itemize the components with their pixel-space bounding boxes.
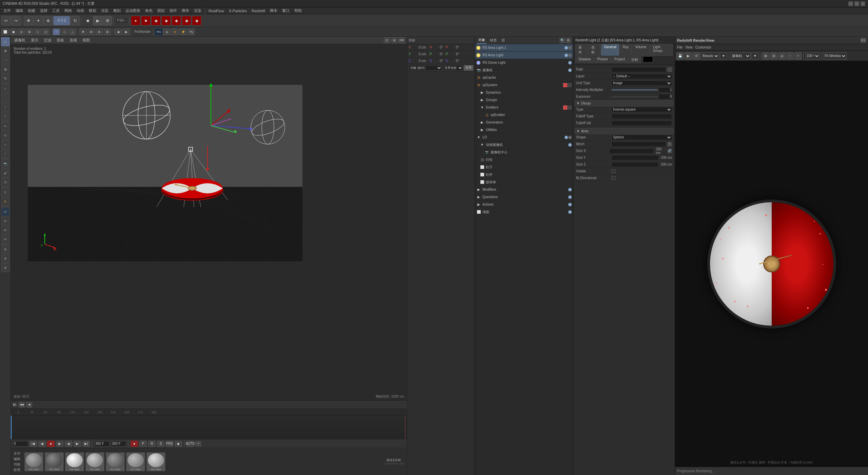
keyframe2-btn[interactable]: ◆ [161,16,171,25]
apply-transform-btn[interactable]: 应用 [464,65,473,71]
tab-layers[interactable]: 层 [500,37,506,43]
rs-icon-4[interactable]: ⚡ [179,28,187,35]
scene-settings-btn[interactable]: ⚙ [566,38,571,43]
key-rot-btn[interactable]: R [148,441,156,447]
key-custom-btn[interactable]: ◆ [175,441,182,447]
subtab-project[interactable]: Project [611,56,628,63]
material-5[interactable]: RS Matt [106,452,125,471]
menu-plugins[interactable]: 插件 [167,7,179,14]
menu-track[interactable]: 跟踪 [155,7,167,14]
render-menu-customize[interactable]: Customize [695,45,711,49]
timeline-btn1[interactable]: ◀◀ [19,402,25,407]
fit-mode-select[interactable]: Fit Window [823,52,847,60]
unittype-select[interactable]: Image [611,80,672,86]
render-save-btn[interactable]: 💾 [676,52,684,60]
timeline-playhead[interactable] [11,416,12,439]
coord-system-select[interactable]: 世界坐标 [443,65,463,71]
tab-basic[interactable]: 基本 [575,44,588,56]
tab-ray[interactable]: Ray [619,44,632,56]
sec-render-2[interactable]: ▶ [122,28,130,35]
scene-rs-dome-light[interactable]: RS Dome Light [475,59,573,66]
vp-menu-view[interactable]: 视图 [81,38,91,43]
tool-edge[interactable]: / [1,102,10,111]
tab-objects[interactable]: 对象 [477,37,487,44]
vp-menu-filter[interactable]: 过滤 [42,38,53,43]
select-mode-btn[interactable]: ✥ [24,16,33,25]
play-btn[interactable]: ▶ [56,441,63,447]
tool-scale[interactable]: ⊞ [1,65,10,74]
scene-pillar[interactable]: ⬜ 柱子 [475,164,573,171]
render-preset-arrow[interactable]: ▼ [720,52,727,60]
scene-emitters[interactable]: ▼ Emitters [475,104,573,111]
tool-knife[interactable]: ✂ [1,122,10,131]
path-input[interactable] [611,67,666,72]
menu-redshift[interactable]: Redshift [250,8,267,14]
render-zoom-in-btn[interactable]: + [794,52,802,60]
total-frames-input[interactable] [111,441,126,446]
menu-mograph[interactable]: 运动图形 [123,7,142,14]
sec-tool-4[interactable]: ⊞ [26,28,33,35]
subtab-photon[interactable]: Photon [594,56,611,63]
render-play-btn[interactable]: ▶ [685,52,692,60]
sec-tool-2[interactable]: ◼ [9,28,17,35]
tool-cross[interactable]: ✥ [1,46,10,55]
tool-rotate[interactable]: ↻ [1,74,10,83]
end-frame-input[interactable] [94,441,110,446]
keyframe4-btn[interactable]: ◆ [182,16,191,25]
falloff-type-input[interactable] [611,114,672,119]
vp-menu-cameras[interactable]: 摄像机 [13,38,27,43]
layer-select[interactable]: -- Default -- [611,74,672,79]
tool-extra3[interactable]: ⊕ [1,263,10,272]
material-3[interactable]: RS Matt [65,452,84,471]
tool-loop[interactable]: ⊙ [1,131,10,140]
sec-tool-7[interactable]: ▽ [53,28,60,35]
scene-generators[interactable]: ▶ Generators [475,119,573,126]
shape-select[interactable]: Sphere [611,135,672,140]
redo-btn[interactable]: ↪ [11,16,21,25]
menu-help[interactable]: 帮助 [292,7,304,14]
menu-animation[interactable]: 动画 [75,7,86,14]
exposure-slider[interactable] [611,96,658,97]
frame-next-btn[interactable]: ▶ [74,441,81,447]
subtab-target[interactable]: 目标 [628,56,641,63]
rs-icon-small[interactable]: RS [861,38,866,43]
tool-arrow[interactable]: ↖ [1,37,10,46]
tool-s[interactable]: S [1,188,10,197]
current-frame-input[interactable] [13,441,28,446]
menu-simulate[interactable]: 模拟 [87,7,98,14]
record-key-btn[interactable]: ● [47,441,55,447]
decay-type-select[interactable]: Inverse-square [611,107,672,112]
material-1[interactable]: RS Matt [24,452,43,471]
render-comp-btn[interactable]: ⊟ [770,52,777,60]
tool-weight[interactable]: ⚖ [1,178,10,187]
menu-script[interactable]: 脚本 [180,7,191,14]
sec-tool-1[interactable]: ⬜ [1,28,9,35]
mat-menu-edit[interactable]: 编辑 [14,457,20,461]
tab-volume[interactable]: Volume [632,44,649,56]
sec-tool-10[interactable]: ❖ [79,28,87,35]
render-reset-btn[interactable]: ↺ [693,52,700,60]
tab-materials[interactable]: 材质 [489,37,498,43]
keyframe5-btn[interactable]: ◆ [192,16,201,25]
scene-groups[interactable]: ▶ Groups [475,96,573,104]
scene-xpemitter[interactable]: ◎ xpEmitter [475,111,573,119]
material-6[interactable]: RS Matt [126,452,145,471]
intensity-slider[interactable] [611,89,658,91]
scene-rs-area-light-1[interactable]: RS Area Light.1 [475,44,573,52]
vp-menu-options[interactable]: 选项 [68,38,78,43]
keyframe3-btn[interactable]: ◆ [172,16,181,25]
tab-coord[interactable]: 坐标 [588,44,601,56]
rotate-btn[interactable]: ↻ [71,16,80,25]
tool-poly[interactable]: □ [1,112,10,120]
record-btn[interactable]: ● [131,16,140,25]
tab-lightgroup[interactable]: Light Group [650,44,673,56]
scene-lo[interactable]: ▼ LO [475,134,573,141]
scene-ground[interactable]: ⬜ 地面 [475,208,573,216]
vp-prorender-btn[interactable]: PR [399,37,405,43]
render-grid-btn[interactable]: ⊞ [762,52,769,60]
move-btn[interactable]: ✦ [34,16,43,25]
render-camera-select[interactable]: 摄像机 [730,52,751,60]
minimize-btn[interactable]: ─ [848,1,853,6]
scene-xpcache[interactable]: ⊞ xpCache [475,74,573,81]
area-header[interactable]: ▼ Area [575,128,673,134]
